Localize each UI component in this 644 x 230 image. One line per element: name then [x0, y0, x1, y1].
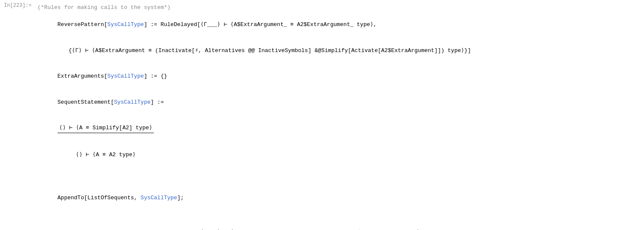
- code-block-1-append: AppendTo[ListOfSequents, SysCallType];: [38, 185, 641, 211]
- code-block-1-line-1: ReversePattern[SysCallType] := RuleDelay…: [38, 12, 641, 38]
- comment-line: (*Rules for making calls to the system*): [38, 3, 641, 12]
- code-block-1-line-2: {⟨Γ⟩ ⊢ ⟨A$ExtraArgument ≡ (Inactivate[♯,…: [38, 38, 641, 64]
- code-block-2-line-1: ReversePattern[SysCallTerm] := RuleDelay…: [38, 220, 641, 230]
- comment-text: (*Rules for making calls to the system*): [38, 4, 170, 11]
- cell-label: In[223]:=: [0, 2, 34, 230]
- code-block-1-line-3: ExtraArguments[SysCallType] := {}: [38, 64, 641, 89]
- input-label: In[223]:=: [4, 3, 32, 9]
- cell-content[interactable]: (*Rules for making calls to the system*)…: [34, 2, 644, 230]
- code-block-1-sequent: SequentStatement[SysCallType] := ⟨⟩ ⊢ ⟨A…: [38, 89, 641, 185]
- notebook-cell: In[223]:= (*Rules for making calls to th…: [0, 0, 644, 230]
- spacer-1: [38, 211, 641, 219]
